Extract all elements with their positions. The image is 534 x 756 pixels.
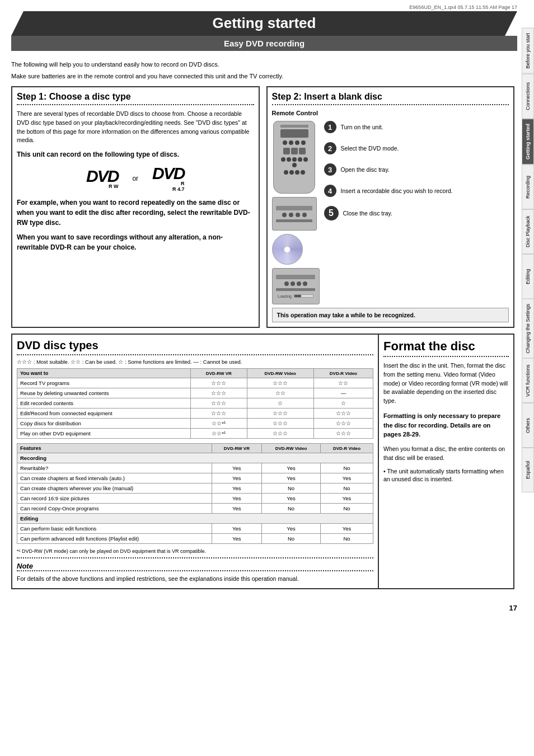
step1-bold3: When you want to save recordings without… — [17, 232, 254, 252]
legend: ☆☆☆ : Most suitable. ☆☆ : Can be used. ☆… — [17, 359, 373, 365]
step2-step5: 5 Close the disc tray. — [324, 206, 509, 220]
format-body2: When you format a disc, the entire conte… — [383, 445, 509, 463]
dvd-or-text: or — [132, 175, 138, 182]
tab-editing[interactable]: Editing — [522, 254, 534, 299]
format-bullet: • The unit automatically starts formatti… — [383, 467, 509, 483]
subtitle-bar: Easy DVD recording — [11, 36, 517, 51]
step1-bold1: This unit can record on the following ty… — [17, 149, 254, 159]
table2-col-header-3: DVD-R Video — [321, 444, 373, 453]
step2-desc-1: Turn on the unit. — [341, 123, 383, 132]
table-row: Can record Copy-Once programs Yes No No — [17, 504, 373, 514]
table-row: Can perform basic edit functions Yes Yes… — [17, 524, 373, 534]
table-row: Can record 16:9 size pictures Yes Yes Ye… — [17, 494, 373, 504]
step2-desc-4: Insert a recordable disc you wish to rec… — [341, 187, 453, 195]
disc-types-table1: You want to DVD-RW VR DVD-RW Video DVD-R… — [17, 368, 373, 439]
dvd-logo-r: DVD RR 4.7 — [152, 165, 184, 192]
format-body1: Insert the disc in the unit. Then, forma… — [383, 361, 509, 406]
step2-step1: 1 Turn on the unit. — [324, 121, 509, 133]
format-section: Format the disc Insert the disc in the u… — [379, 335, 513, 588]
format-title: Format the disc — [383, 339, 509, 357]
table1-col-header-0: You want to — [17, 369, 191, 378]
table-row: Rewritable? Yes Yes No — [17, 463, 373, 473]
table-row: Can create chapters wherever you like (m… — [17, 483, 373, 494]
table-row: Can create chapters at fixed intervals (… — [17, 473, 373, 483]
tab-getting-started[interactable]: Getting started — [522, 119, 534, 165]
table-row: Record TV programs ☆☆☆ ☆☆☆ ☆☆ — [17, 378, 373, 388]
note-title: Note — [17, 562, 373, 570]
page-number: 17 — [0, 599, 534, 617]
bottom-section: DVD disc types ☆☆☆ : Most suitable. ☆☆ :… — [11, 334, 514, 589]
remote-device-img — [273, 121, 315, 194]
step1-box: Step 1: Choose a disc type There are sev… — [11, 86, 260, 328]
tab-changing-settings[interactable]: Changing the Settings — [522, 299, 534, 359]
tab-recording[interactable]: Recording — [522, 165, 534, 209]
table-row: Reuse by deleting unwanted contents ☆☆☆ … — [17, 388, 373, 398]
footnote: *¹ DVD-RW (VR mode) can only be played o… — [17, 548, 373, 554]
step2-remote-label: Remote Control — [272, 110, 509, 116]
dvd-player-img — [272, 197, 317, 231]
step2-step3: 3 Open the disc tray. — [324, 163, 509, 176]
step1-title: Step 1: Choose a disc type — [17, 92, 254, 105]
table-section-label: Recording — [17, 453, 373, 463]
step2-desc-5: Close the disc tray. — [343, 209, 393, 218]
step-num-2: 2 — [324, 142, 336, 154]
disc-image — [272, 234, 303, 265]
step2-step2: 2 Select the DVD mode. — [324, 142, 509, 154]
step1-body1: There are several types of recordable DV… — [17, 110, 254, 145]
intro-text-1: The following will help you to understan… — [11, 60, 514, 69]
tab-before-you-start[interactable]: Before you start — [522, 28, 534, 74]
dvd-logo-rw: DVD R W — [86, 168, 118, 189]
step-num-3: 3 — [324, 163, 336, 176]
dvd-logos: DVD R W or DVD RR 4.7 — [17, 165, 254, 192]
table1-col-header-3: DVD-R Video — [313, 369, 373, 378]
step2-box: Step 2: Insert a blank disc Remote Contr… — [266, 86, 515, 328]
table-section-label: Editing — [17, 514, 373, 524]
tab-others[interactable]: Others — [522, 403, 534, 448]
tab-vcr-functions[interactable]: VCR functions — [522, 358, 534, 403]
disc-types-table2: Features DVD-RW VR DVD-RW Video DVD-R Vi… — [17, 443, 373, 544]
step-num-5: 5 — [324, 206, 339, 220]
step2-desc-2: Select the DVD mode. — [341, 144, 399, 153]
step-num-4: 4 — [324, 185, 336, 197]
note-body: For details of the above functions and i… — [17, 575, 373, 584]
right-tabs: Before you start Connections Getting sta… — [522, 28, 534, 492]
table-row: Edit recorded contents ☆☆☆ ☆ ☆ — [17, 398, 373, 408]
table-row: Can perform advanced edit functions (Pla… — [17, 534, 373, 544]
table1-col-header-2: DVD-RW Video — [247, 369, 313, 378]
table-row: Copy discs for distribution ☆☆*¹ ☆☆☆ ☆☆☆ — [17, 419, 373, 429]
table1-col-header-1: DVD-RW VR — [190, 369, 247, 378]
intro-text-2: Make sure batteries are in the remote co… — [11, 72, 514, 81]
table2-col-header-2: DVD-RW Video — [261, 444, 320, 453]
step2-desc-3: Open the disc tray. — [341, 166, 390, 174]
table-row: Play on other DVD equipment ☆☆*¹ ☆☆☆ ☆☆☆ — [17, 429, 373, 439]
disc-types-title: DVD disc types — [17, 339, 373, 355]
table-row: Edit/Record from connected equipment ☆☆☆… — [17, 408, 373, 419]
page-title: Getting started — [24, 11, 505, 36]
table2-col-header-1: DVD-RW VR — [212, 444, 261, 453]
disc-types-section: DVD disc types ☆☆☆ : Most suitable. ☆☆ :… — [12, 335, 379, 588]
step2-note: This operation may take a while to be re… — [272, 308, 509, 322]
step2-step4: 4 Insert a recordable disc you wish to r… — [324, 185, 509, 197]
page-meta: E9656UD_EN_1.qx4 05.7.15 11:55 AM Page 1… — [0, 0, 534, 11]
tab-connections[interactable]: Connections — [522, 74, 534, 119]
step-num-1: 1 — [324, 121, 336, 133]
step1-bold2: For example, when you want to record rep… — [17, 198, 254, 228]
table2-col-header-0: Features — [17, 444, 212, 453]
format-bold1: Formatting is only necessary to prepare … — [383, 411, 509, 439]
dvd-player-loading: Loading — [272, 268, 320, 304]
tab-espanol[interactable]: Español — [522, 448, 534, 492]
tab-disc-playback[interactable]: Disc Playback — [522, 209, 534, 254]
step2-title: Step 2: Insert a blank disc — [272, 92, 509, 105]
note-section: Note For details of the above functions … — [17, 557, 373, 584]
